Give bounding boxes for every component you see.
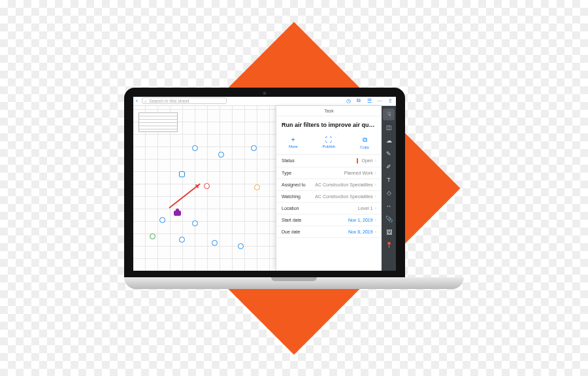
sheet-marker[interactable] — [179, 171, 185, 177]
search-input[interactable]: ⌕ Search in this sheet — [142, 97, 227, 104]
task-field-status[interactable]: StatusOpen› — [276, 155, 382, 167]
action-icon: ⛶ — [325, 136, 332, 143]
layers-icon[interactable]: ⧉ — [355, 97, 362, 104]
chevron-right-icon: › — [375, 171, 376, 175]
task-field-due-date[interactable]: Due dateNov 8, 2019› — [276, 226, 382, 238]
chevron-right-icon: › — [375, 158, 376, 163]
chevron-right-icon: › — [375, 206, 376, 211]
share-icon[interactable]: ⇧ — [387, 97, 393, 104]
sheet-marker[interactable] — [212, 240, 218, 246]
attach-icon[interactable]: 📎 — [383, 213, 395, 225]
task-title: Run air filters to improve air qu… — [276, 116, 382, 133]
right-toolbar: ☟◫☁✎✐T◇↔📎🖼📍 — [382, 106, 396, 271]
task-field-location[interactable]: LocationLevel 1› — [276, 203, 382, 214]
chevron-right-icon: › — [375, 230, 376, 234]
action-icon: ⧉ — [363, 136, 367, 144]
filter-icon[interactable]: ☰ — [366, 97, 372, 104]
search-placeholder: Search in this sheet — [149, 99, 189, 103]
app-screen: ‹ ⌕ Search in this sheet ◷ ⧉ ☰ ⋯ ⇧ — [133, 97, 396, 271]
sheet-marker[interactable] — [238, 243, 244, 249]
task-field-type[interactable]: TypePlanned Work› — [276, 167, 382, 179]
laptop-frame: ‹ ⌕ Search in this sheet ◷ ⧉ ☰ ⋯ ⇧ — [124, 88, 464, 289]
pin-icon[interactable]: 📍 — [383, 239, 395, 251]
laptop-base — [124, 277, 464, 289]
sheet-marker[interactable] — [251, 145, 257, 151]
more-icon[interactable]: ⋯ — [376, 97, 383, 104]
pen-icon[interactable]: ✎ — [383, 148, 395, 160]
webcam — [263, 92, 267, 95]
sheet-marker[interactable] — [254, 184, 260, 190]
cloud-icon[interactable]: ☁ — [383, 135, 395, 146]
sheet-marker[interactable] — [192, 220, 198, 226]
panel-actions: +More⛶Publish⧉Copy — [276, 133, 382, 155]
panel-action-copy[interactable]: ⧉Copy — [360, 136, 369, 149]
select-icon[interactable]: ◫ — [383, 122, 395, 133]
task-field-watching[interactable]: WatchingAC Construction Specialities› — [276, 191, 382, 203]
text-icon[interactable]: T — [383, 174, 395, 186]
sheet-schedule-table — [139, 112, 178, 132]
sheet-marker[interactable] — [218, 152, 224, 158]
back-button[interactable]: ‹ — [136, 97, 138, 104]
task-panel: Task Run air filters to improve air qu… … — [276, 106, 382, 271]
shape-icon[interactable]: ◇ — [383, 187, 395, 199]
chevron-right-icon: › — [375, 218, 376, 222]
action-icon: + — [291, 136, 295, 143]
sheet-marker[interactable] — [159, 217, 165, 223]
chevron-right-icon: › — [375, 194, 376, 199]
sheet-marker[interactable] — [150, 233, 155, 239]
top-toolbar: ‹ ⌕ Search in this sheet ◷ ⧉ ☰ ⋯ ⇧ — [133, 97, 396, 106]
photo-icon[interactable]: 🖼 — [383, 226, 395, 238]
panel-action-publish[interactable]: ⛶Publish — [322, 136, 335, 149]
pointer-icon[interactable]: ☟ — [383, 109, 395, 120]
highlight-icon[interactable]: ✐ — [383, 161, 395, 173]
measure-icon[interactable]: ↔ — [383, 200, 395, 212]
task-field-start-date[interactable]: Start dateNov 1, 2019› — [276, 214, 382, 226]
sheet-marker[interactable] — [204, 183, 210, 189]
camera-annotation[interactable] — [174, 211, 181, 216]
arrow-annotation[interactable] — [169, 183, 201, 209]
clock-icon[interactable]: ◷ — [345, 97, 351, 104]
sheet-marker[interactable] — [192, 145, 198, 151]
sheet-marker[interactable] — [179, 237, 185, 243]
task-field-assigned-to[interactable]: Assigned toAC Construction Specialities› — [276, 179, 382, 191]
panel-header: Task — [276, 106, 382, 116]
chevron-right-icon: › — [375, 182, 376, 187]
search-icon: ⌕ — [144, 99, 147, 103]
panel-action-more[interactable]: +More — [289, 136, 298, 149]
sheet-viewport[interactable]: Task Run air filters to improve air qu… … — [133, 106, 382, 271]
